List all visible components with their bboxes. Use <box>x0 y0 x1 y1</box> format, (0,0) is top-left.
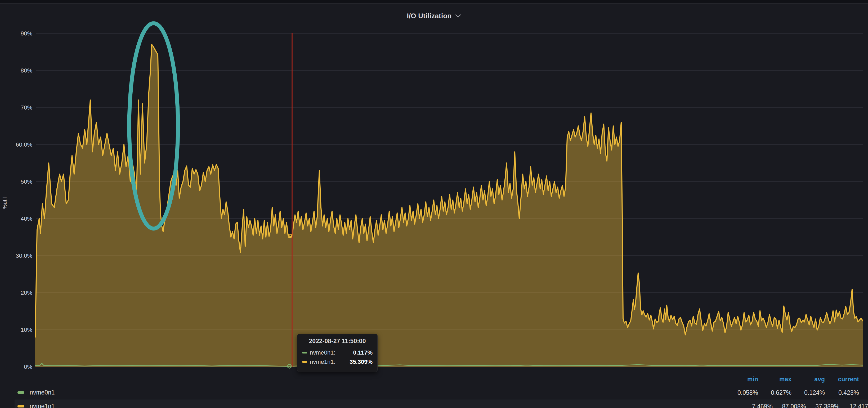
tooltip-series-value: 0.117% <box>353 349 373 356</box>
y-tick-label: 0% <box>24 364 32 370</box>
y-tick-label: 90% <box>21 30 32 37</box>
y-tick-label: 50% <box>21 178 32 185</box>
series-marker-icon[interactable] <box>18 405 24 407</box>
legend-header-row: min max avg current <box>0 376 868 384</box>
tooltip-series-name: nvme1n1: <box>310 359 336 365</box>
series-marker-icon[interactable] <box>18 391 24 394</box>
y-tick-label: 30.0% <box>16 252 32 259</box>
legend-value-current: 0.423% <box>796 389 859 396</box>
io-utilization-chart[interactable]: 90%80%70%60.0%50%40%30.0%20%10%0% <box>0 4 868 408</box>
tooltip-row-nvme0n1: nvme0n1: 0.117% <box>302 348 373 357</box>
y-tick-label: 10% <box>21 327 32 333</box>
tooltip-row-nvme1n1: nvme1n1: 35.309% <box>302 357 373 367</box>
chart-tooltip: 2022-08-27 11:50:00 nvme0n1: 0.117% nvme… <box>297 334 378 372</box>
legend-row-nvme0n1: nvme0n1 0.058% 0.627% 0.124% 0.423% <box>0 386 868 399</box>
y-tick-label: 20% <box>21 290 32 296</box>
legend-value-current: 12.417% <box>810 403 868 408</box>
page-top-strip <box>0 0 868 3</box>
y-axis-title: %util <box>2 182 8 225</box>
legend-row-nvme1n1: nvme1n1 7.469% 87.008% 37.389% 12.417% <box>14 400 868 408</box>
tooltip-timestamp: 2022-08-27 11:50:00 <box>302 338 373 345</box>
grafana-dashboard: I/O Utilization 90%80%70%60.0%50%40%30.0… <box>0 0 868 408</box>
series-marker-icon <box>302 361 307 363</box>
legend-series-name[interactable]: nvme0n1 <box>30 389 55 396</box>
legend-series-name[interactable]: nvme1n1 <box>30 403 55 408</box>
tooltip-series-name: nvme0n1: <box>310 349 336 356</box>
series-marker-icon <box>302 352 307 353</box>
y-tick-label: 80% <box>21 67 32 74</box>
tooltip-series-value: 35.309% <box>349 359 373 365</box>
legend-table: min max avg current nvme0n1 0.058% 0.627… <box>0 374 868 408</box>
io-utilization-panel: I/O Utilization 90%80%70%60.0%50%40%30.0… <box>0 3 868 408</box>
y-tick-label: 70% <box>21 104 32 111</box>
legend-header-current[interactable]: current <box>796 376 859 383</box>
y-tick-label: 60.0% <box>16 141 32 148</box>
y-tick-label: 40% <box>21 215 32 222</box>
